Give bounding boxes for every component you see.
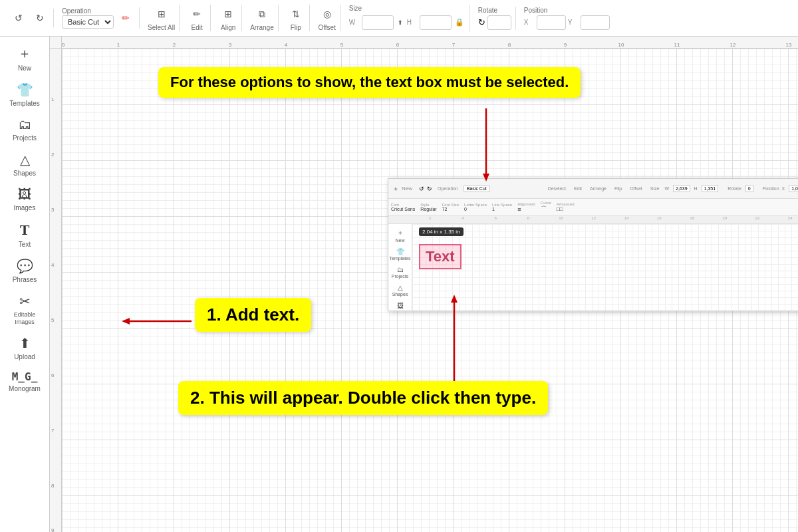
size-group: Size W ⬆ H 🔒: [345, 5, 470, 32]
ruler-vertical: 1 2 3 4 5 6 7 8 9: [50, 49, 62, 532]
mini-projects-sb-icon: 🗂: [397, 266, 404, 273]
annotation-3-text: 2. This will appear. Double click then t…: [190, 388, 536, 408]
arrange-label: Arrange: [250, 24, 274, 31]
ruler-tick-13: 13: [786, 42, 792, 48]
sidebar-item-editable-label: Editable Images: [5, 311, 45, 326]
mini-offset: Offset: [630, 186, 642, 191]
mini-edit: Edit: [574, 186, 582, 191]
edit-label: Edit: [192, 24, 203, 31]
sidebar-item-upload[interactable]: ⬆ Upload: [2, 331, 47, 365]
mini-op-label: Operation: [438, 186, 458, 191]
mini-w-val: 2,639: [673, 185, 690, 192]
operation-select[interactable]: Basic Cut: [62, 15, 114, 29]
sidebar-item-shapes[interactable]: △ Shapes: [2, 148, 47, 182]
mini-templates-sb-icon: 👕: [396, 248, 404, 255]
edit-button[interactable]: ✏: [188, 5, 206, 23]
sidebar-item-text[interactable]: T Text: [2, 217, 47, 253]
position-x-input[interactable]: [537, 15, 566, 30]
sidebar-item-new[interactable]: ＋ New: [2, 41, 47, 76]
mini-font-val: Cricut Sans: [391, 207, 415, 211]
canvas-container: 0 1 2 3 4 5 6 7 8 9 10 11 12 13 1 2 3: [50, 37, 798, 532]
mini-shapes-sb-label: Shapes: [392, 292, 408, 297]
arrange-group: ⧉ Arrange: [246, 5, 279, 31]
mini-projects-sb-label: Projects: [392, 274, 408, 279]
position-y-label: Y: [568, 19, 579, 26]
sidebar-item-monogram[interactable]: M̲G̲ Monogram: [2, 366, 47, 397]
ruler-v-9: 9: [50, 527, 54, 532]
sidebar-item-editable-images[interactable]: ✂ Editable Images: [2, 289, 47, 330]
flip-group: ⇅ Flip: [283, 5, 310, 31]
sidebar-item-phrases[interactable]: 💬 Phrases: [2, 254, 47, 288]
size-lock[interactable]: 🔒: [454, 13, 466, 32]
mini-sidebar-templates: 👕 Templates: [389, 246, 412, 263]
mini-linespace-val: 1: [492, 207, 512, 211]
mini-flip: Flip: [614, 186, 622, 191]
mini-pos-label: Position: [763, 186, 779, 191]
mini-align-icon: ≡: [517, 206, 535, 213]
size-w-up[interactable]: ⬆: [396, 13, 405, 32]
redo-button[interactable]: ↻: [31, 9, 49, 27]
main-area: ＋ New 👕 Templates 🗂 Projects △ Shapes 🖼 …: [0, 37, 798, 532]
ruler-tick-0: 0: [62, 42, 65, 48]
canvas-body: 1 2 3 4 5 6 7 8 9 For these options to s…: [50, 49, 798, 532]
templates-icon: 👕: [17, 82, 33, 98]
size-w-input[interactable]: [362, 15, 394, 30]
mini-ruler-row: 2 4 6 8 10 12 14 16 18 20 22 24 26: [388, 216, 798, 224]
mini-sidebar-shapes: △ Shapes: [389, 282, 412, 299]
mini-op-value: Basic Cut: [464, 185, 490, 192]
sidebar-item-projects[interactable]: 🗂 Projects: [2, 113, 47, 146]
annotation-bubble-3: 2. This will appear. Double click then t…: [178, 381, 548, 415]
select-all-button[interactable]: ⊞: [152, 5, 171, 23]
mini-r6: 12: [577, 216, 610, 223]
flip-button[interactable]: ⇅: [287, 5, 305, 23]
size-h-input[interactable]: [420, 15, 452, 30]
edit-pen-button[interactable]: ✏: [116, 9, 135, 27]
mini-r11: 22: [741, 216, 773, 223]
mini-pos-x: X: [782, 186, 785, 191]
position-y-input[interactable]: [581, 15, 610, 30]
ruler-tick-9: 9: [564, 42, 567, 48]
editable-images-icon: ✂: [19, 293, 31, 309]
mini-style-val: Regular: [420, 207, 437, 211]
mini-rotate-label: Rotate: [728, 186, 741, 191]
sidebar-item-projects-label: Projects: [13, 134, 37, 142]
sidebar-item-monogram-label: Monogram: [9, 385, 41, 393]
mini-sidebar-images: 🖼 Images: [389, 300, 412, 311]
mini-grid: 2.04 in x 1.35 in Text: [412, 224, 798, 311]
upload-icon: ⬆: [19, 335, 31, 351]
ruler-tick-3: 3: [229, 42, 231, 48]
position-group: Position X Y: [520, 7, 614, 30]
mini-x-val: 1,058: [789, 185, 798, 192]
images-icon: 🖼: [18, 187, 31, 202]
mini-canvas-body: ＋ New 👕 Templates 🗂 Projects: [388, 224, 798, 311]
grid-canvas: For these options to show, the text box …: [62, 49, 798, 532]
mini-curve-icon: ⌒: [541, 205, 551, 213]
mini-shapes-sb-icon: △: [398, 284, 403, 291]
mini-advanced-icon: □□: [557, 206, 575, 212]
sidebar-item-images[interactable]: 🖼 Images: [2, 183, 47, 216]
undo-button[interactable]: ↺: [9, 9, 28, 27]
mini-r7: 14: [610, 216, 642, 223]
select-all-group: ⊞ Select All: [144, 5, 180, 31]
mini-images-sb-icon: 🖼: [397, 302, 404, 309]
sidebar-item-templates[interactable]: 👕 Templates: [2, 78, 47, 112]
mini-fontsize-val: 72: [442, 207, 459, 211]
phrases-icon: 💬: [17, 258, 33, 274]
sidebar-item-new-label: New: [18, 65, 31, 72]
arrange-button[interactable]: ⧉: [253, 5, 271, 23]
align-label: Align: [221, 24, 235, 31]
rotate-input[interactable]: [487, 15, 511, 30]
align-button[interactable]: ⊞: [219, 5, 237, 23]
offset-button[interactable]: ◎: [318, 5, 336, 23]
mini-r1: 2: [414, 216, 446, 223]
mini-font-toolbar: Font Cricut Sans Style Regular Font Size…: [388, 199, 798, 216]
mini-letterspace-val: 0: [464, 207, 487, 211]
ruler-horizontal: 0 1 2 3 4 5 6 7 8 9 10 11 12 13: [62, 37, 798, 48]
mini-text-box[interactable]: Text: [419, 244, 462, 269]
rotate-group: Rotate ↻: [474, 7, 516, 30]
ruler-v-3: 3: [50, 207, 54, 213]
ruler-tick-2: 2: [173, 42, 176, 48]
operation-group: Operation Basic Cut ✏: [58, 7, 140, 29]
ruler-tick-6: 6: [396, 42, 399, 48]
new-icon: ＋: [18, 45, 31, 63]
